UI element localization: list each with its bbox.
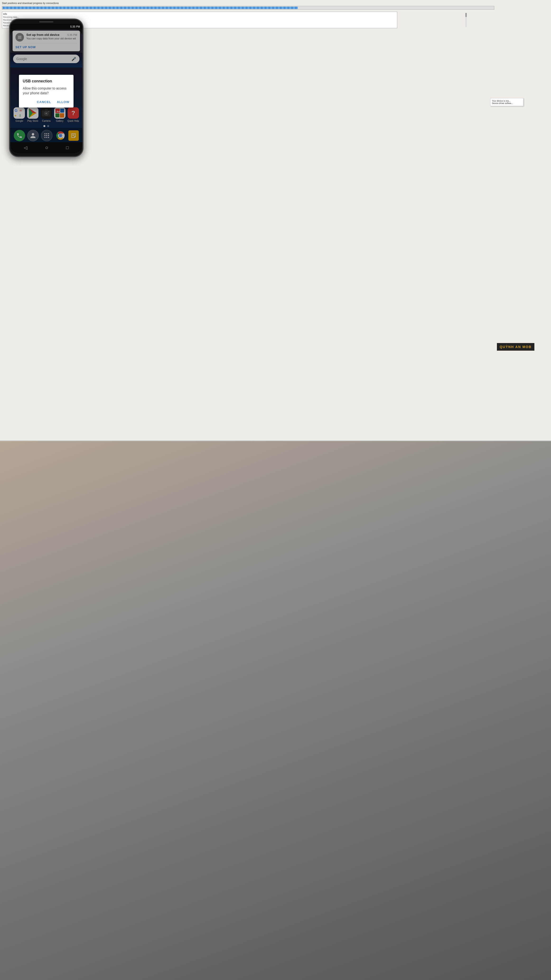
status-time: 5:35 PM [70, 25, 80, 28]
bg-screen-title: Start positions and download progress by… [2, 2, 92, 5]
status-bar: 5:35 PM [10, 24, 83, 29]
usb-allow-button[interactable]: ALLOW [57, 99, 70, 105]
usb-dialog: USB connection Allow this computer to ac… [19, 75, 73, 108]
phone-top [10, 20, 83, 24]
bg-progress-fill [3, 6, 92, 9]
bg-progress-bar [2, 6, 92, 10]
phone-screen: Set up from old device 5:35 PM You can c… [10, 29, 83, 153]
usb-dialog-title: USB connection [23, 79, 70, 83]
bg-info-label: Info [3, 13, 92, 15]
usb-dialog-message: Allow this computer to access your phone… [23, 86, 70, 95]
usb-cancel-button[interactable]: CANCEL [36, 99, 51, 105]
usb-dialog-buttons: CANCEL ALLOW [23, 99, 70, 105]
speaker-grill [39, 21, 53, 22]
phone-device: 5:35 PM Set up from old device 5:35 PM [10, 19, 83, 157]
usb-dialog-wrapper: USB connection Allow this computer to ac… [16, 73, 77, 109]
bg-info-line-1: Receiving data... [3, 16, 92, 19]
